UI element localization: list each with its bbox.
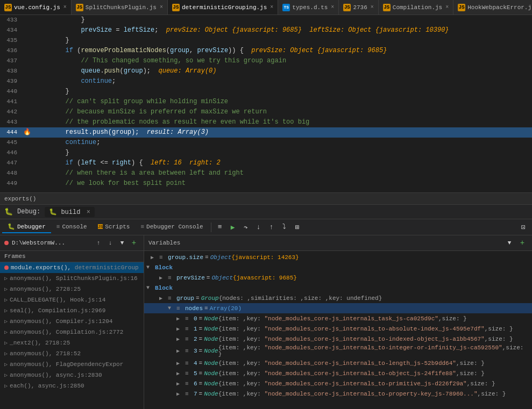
variables-list[interactable]: ▶ ≡ group.size = Object {javascript: 142… [144,251,532,409]
frame-seal[interactable]: ▷ seal(), Compilation.js:2969 [0,305,144,316]
var-name-node-7: 7 [194,391,197,397]
var-toggle-block-2[interactable]: ▼ [146,285,155,291]
session-add-btn[interactable]: + [129,238,139,248]
debug-session: D:\WebstormW... ↑ ↓ ▼ + [0,235,144,251]
var-name-node-0: 0 [194,315,197,322]
variables-filter-btn[interactable]: ▼ [504,238,515,248]
frame-label-anonymous-2: anonymous(), 2728:25 [10,286,81,292]
frame-arrow-icon-9: ▷ [4,361,8,368]
close-tab-2736[interactable]: × [371,4,374,10]
var-row-node-3[interactable]: ▶ ≡ 3 = Node {item: ,key: "node_modules_… [144,344,532,358]
var-row-node-5[interactable]: ▶ ≡ 5 = Node {item: ,key: "node_modules_… [144,368,532,378]
var-val-group: {nodes: ,similarities: ,size: ,key: unde… [219,295,382,302]
var-name-node-2: 2 [194,336,197,342]
var-name-node-6: 6 [194,381,197,387]
frame-label-seal: seal(), Compilation.js:2969 [10,307,105,314]
var-row-node-6[interactable]: ▶ ≡ 6 = Node {item: ,key: "node_modules_… [144,378,532,389]
var-row-group[interactable]: ▶ ≡ group = Group {nodes: ,similarities:… [144,293,532,303]
var-row-block-1[interactable]: ▼ Block [144,262,532,272]
var-row-group-size[interactable]: ▶ ≡ group.size = Object {javascript: 142… [144,252,532,262]
close-debug-session-icon[interactable]: × [87,209,90,216]
toolbar-btn-step-out[interactable]: ↑ [265,221,278,234]
tab-debugger-console[interactable]: ≡ Debugger Console [135,221,208,233]
frame-module-exports[interactable]: module.exports(), deterministicGroup [0,262,144,273]
var-toggle-node-3[interactable]: ▶ [176,348,185,354]
variables-add-btn[interactable]: + [517,238,528,248]
close-tab-vue-config[interactable]: × [63,4,67,10]
close-tab-types[interactable]: × [331,4,334,10]
toolbar-btn-settings[interactable]: ⊡ [517,221,530,234]
var-toggle-node-4[interactable]: ▶ [176,360,185,367]
var-toggle-node-1[interactable]: ▶ [176,326,185,332]
frames-list[interactable]: module.exports(), deterministicGroup ▷ a… [0,262,144,409]
js-icon-split-chunks: JS [76,4,83,11]
var-toggle-group-size[interactable]: ▶ [151,254,159,261]
var-toggle-node-2[interactable]: ▶ [176,336,185,342]
close-tab-deterministic[interactable]: × [270,4,273,10]
frame-call-delegate[interactable]: ▷ CALL_DELEGATE(), Hook.js:14 [0,295,144,305]
var-icon-node-2: ≡ [185,336,194,342]
frame-anonymous-5[interactable]: ▷ anonymous(), 2718:52 [0,348,144,359]
tab-vue-config[interactable]: JS vue.config.js × [0,0,72,15]
frame-anonymous-6[interactable]: ▷ anonymous(), async.js:2830 [0,370,144,381]
tab-2736[interactable]: JS 2736 × [339,0,378,15]
var-row-prev-size[interactable]: ▶ ≡ prevSize = Object {javascript: 9685} [144,272,532,283]
toolbar-btn-evaluate[interactable]: ⊞ [291,221,304,234]
var-icon-node-4: ≡ [185,360,194,367]
debug-session-tab[interactable]: 🐛 build × [45,207,95,217]
frame-next2[interactable]: ▷ _next2(), 2718:25 [0,338,144,348]
tab-split-chunks[interactable]: JS SplitChunksPlugin.js × [72,0,168,15]
code-line-437: 437 // This changed something, so we try… [0,56,532,66]
tab-scripts[interactable]: JS Scripts [93,221,136,233]
session-up-btn[interactable]: ↑ [93,238,104,248]
toolbar-btn-step-over[interactable]: ↷ [239,221,252,234]
var-toggle-node-0[interactable]: ▶ [176,315,185,322]
tab-types[interactable]: TS types.d.ts × [278,0,339,15]
var-toggle-prev-size[interactable]: ▶ [159,275,168,281]
var-row-nodes[interactable]: ▼ ≡ nodes = Array(20) [144,303,532,313]
var-type-node-4: Node [204,360,218,367]
toolbar-btn-step-into[interactable]: ↓ [252,221,265,234]
frame-anonymous-2[interactable]: ▷ anonymous(), 2728:25 [0,284,144,295]
toolbar-btn-resume[interactable]: ▶ [226,221,239,234]
var-toggle-node-6[interactable]: ▶ [176,381,185,387]
close-tab-split-chunks[interactable]: × [160,4,163,10]
var-toggle-node-7[interactable]: ▶ [176,391,185,397]
var-row-node-7[interactable]: ▶ ≡ 7 = Node {item: ,key: "node_modules_… [144,389,532,399]
frame-anonymous-1[interactable]: ▷ anonymous(), SplitChunksPlugin.js:16 [0,273,144,284]
frame-anonymous-4[interactable]: ▷ anonymous(), Compilation.js:2772 [0,327,144,338]
var-toggle-group[interactable]: ▶ [159,295,168,302]
frame-flag-dependency[interactable]: ▷ anonymous(), FlagDependencyExpor [0,359,144,370]
tab-console[interactable]: ≡ Console [51,221,93,233]
session-filter-btn[interactable]: ▼ [117,238,127,248]
session-down-btn[interactable]: ↓ [105,238,116,248]
tab-deterministic[interactable]: JS deterministicGrouping.js × [168,0,278,15]
frame-anonymous-3[interactable]: ▷ anonymous(), Compiler.js:1204 [0,316,144,327]
frames-panel: D:\WebstormW... ↑ ↓ ▼ + Frames module.ex… [0,235,144,409]
frame-label-each: each(), async.js:2850 [10,383,84,389]
var-row-node-4[interactable]: ▶ ≡ 4 = Node {item: ,key: "node_modules_… [144,358,532,368]
var-row-node-2[interactable]: ▶ ≡ 2 = Node {item: ,key: "node_modules_… [144,334,532,344]
var-toggle-node-5[interactable]: ▶ [176,370,185,377]
var-toggle-block-1[interactable]: ▼ [146,264,155,270]
close-tab-compilation[interactable]: × [445,4,449,10]
toolbar-btn-run-to-cursor[interactable]: ⤵ [278,221,291,234]
tab-hook-webpack[interactable]: JS HookWebpackError.js × [453,0,532,15]
var-row-node-0[interactable]: ▶ ≡ 0 = Node {item: ,key: "node_modules_… [144,313,532,324]
var-row-node-1[interactable]: ▶ ≡ 1 = Node {item: ,key: "node_modules_… [144,324,532,334]
var-row-block-2[interactable]: ▼ Block [144,283,532,293]
toolbar-btn-menu[interactable]: ≡ [214,221,226,234]
tab-compilation[interactable]: JS Compilation.js × [379,0,453,15]
var-toggle-nodes[interactable]: ▼ [168,305,176,311]
var-val-node-4: {item: ,key: "node_modules_core-js_inter… [218,360,485,367]
var-name-node-1: 1 [194,326,197,332]
code-line-441: 441 // can't split group while holding m… [0,97,532,107]
var-icon-node-6: ≡ [185,381,194,387]
toolbar-separator-1 [211,223,211,232]
frame-each[interactable]: ▷ each(), async.js:2850 [0,381,144,391]
debug-bar: 🐛 Debug: 🐛 build × [0,204,532,219]
var-name-node-4: 4 [194,360,197,367]
frame-label-anonymous-6: anonymous(), async.js:2830 [10,372,102,378]
frame-label-anonymous-5: anonymous(), 2718:52 [10,350,81,357]
tab-debugger[interactable]: 🐛 Debugger [2,221,51,233]
